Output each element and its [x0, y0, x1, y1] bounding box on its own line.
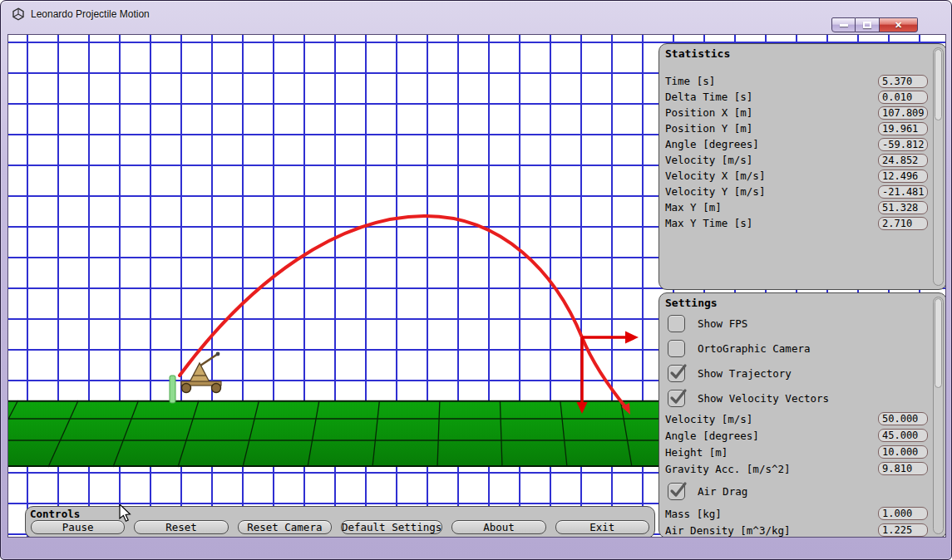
stat-value: 12.496	[878, 169, 928, 183]
close-icon: ✕	[895, 21, 902, 30]
stat-row-velocity-y: Velocity Y [m/s] -21.481	[659, 184, 946, 199]
reset-camera-button[interactable]: Reset Camera	[238, 520, 332, 534]
reset-button[interactable]: Reset	[134, 520, 228, 534]
stat-label: Velocity [m/s]	[665, 154, 752, 166]
maximize-button[interactable]	[856, 17, 880, 32]
about-button[interactable]: About	[451, 520, 545, 534]
minimize-icon	[840, 24, 848, 27]
field-label: Velocity [m/s]	[665, 413, 752, 425]
toggle-show-trajectory[interactable]: Show Trajectory	[659, 361, 946, 386]
settings-scrollbar-thumb[interactable]	[935, 298, 942, 388]
orthographic-camera-checkbox[interactable]	[668, 340, 685, 357]
stat-label: Velocity X [m/s]	[665, 169, 765, 182]
default-settings-button[interactable]: Default Settings	[341, 520, 442, 534]
stat-value: 5.370	[878, 75, 928, 88]
pause-button[interactable]: Pause	[31, 520, 125, 534]
controls-title: Controls	[30, 508, 80, 520]
stat-row-velocity-x: Velocity X [m/s] 12.496	[659, 168, 946, 184]
exit-button[interactable]: Exit	[555, 520, 649, 534]
stat-value: 2.710	[878, 217, 928, 230]
field-label: Angle [degrees]	[665, 430, 759, 442]
stat-label: Angle [degrees]	[665, 138, 759, 150]
stat-row-time: Time [s] 5.370	[659, 73, 946, 89]
stat-row-max-y-time: Max Y Time [s] 2.710	[659, 215, 946, 231]
toggle-label: Show Velocity Vectors	[698, 392, 829, 405]
stat-value: 24.852	[878, 154, 928, 167]
close-button[interactable]: ✕	[880, 17, 918, 32]
stat-row-delta-time: Delta Time [s] 0.010	[659, 89, 946, 105]
stat-value: 51.328	[878, 201, 928, 214]
toggle-label: Show Trajectory	[698, 367, 792, 380]
field-label: Mass [kg]	[665, 508, 722, 520]
stat-value: -59.812	[878, 138, 928, 151]
field-height: Height [m] 10.000	[659, 444, 946, 460]
statistics-scrollbar[interactable]	[933, 47, 944, 286]
velocity-input[interactable]: 50.000	[878, 412, 928, 425]
titlebar[interactable]: Leonardo Projectile Motion ✕	[1, 1, 951, 34]
stat-row-position-y: Position Y [m] 19.961	[659, 120, 946, 136]
stat-value: 0.010	[878, 91, 928, 104]
stat-label: Velocity Y [m/s]	[665, 185, 765, 198]
statistics-panel: Statistics Time [s] 5.370 Delta Time [s]…	[659, 43, 946, 290]
stat-label: Time [s]	[665, 75, 715, 87]
toggle-show-fps[interactable]: Show FPS	[659, 311, 946, 336]
window-controls: ✕	[831, 17, 918, 32]
angle-input[interactable]: 45.000	[878, 429, 928, 442]
check-icon	[672, 484, 685, 495]
mass-input[interactable]: 1.000	[878, 507, 928, 520]
field-mass: Mass [kg] 1.000	[659, 505, 946, 522]
toggle-label: Show FPS	[698, 317, 747, 330]
settings-scrollbar[interactable]	[933, 297, 944, 534]
stat-row-velocity: Velocity [m/s] 24.852	[659, 152, 946, 168]
game-viewport[interactable]: Statistics Time [s] 5.370 Delta Time [s]…	[7, 34, 946, 538]
stat-label: Max Y Time [s]	[665, 217, 752, 229]
stat-label: Delta Time [s]	[665, 91, 752, 103]
toggle-label: Air Drag	[698, 485, 747, 498]
check-icon	[672, 366, 685, 377]
mouse-cursor	[119, 504, 132, 523]
toggle-orthographic-camera[interactable]: OrtoGraphic Camera	[659, 336, 946, 361]
toggle-label: OrtoGraphic Camera	[698, 342, 810, 355]
air-density-input[interactable]: 1.225	[878, 523, 928, 537]
window-title: Leonardo Projectile Motion	[31, 8, 150, 20]
field-air-density: Air Density [m^3/kg] 1.225	[659, 522, 946, 538]
show-fps-checkbox[interactable]	[668, 315, 685, 332]
statistics-body: Time [s] 5.370 Delta Time [s] 0.010 Posi…	[659, 73, 946, 231]
stat-label: Position X [m]	[665, 106, 752, 119]
statistics-scrollbar-thumb[interactable]	[935, 49, 942, 120]
stat-value: 19.961	[878, 122, 928, 135]
statistics-title: Statistics	[659, 44, 946, 61]
stat-row-angle: Angle [degrees] -59.812	[659, 136, 946, 152]
unity-icon	[12, 7, 25, 21]
gravity-input[interactable]: 9.810	[878, 462, 928, 475]
toggle-air-drag[interactable]: Air Drag	[659, 477, 946, 505]
settings-panel: Settings Show FPS OrtoGraphic Camera Sho…	[659, 292, 946, 538]
field-gravity: Gravity Acc. [m/s^2] 9.810	[659, 460, 946, 477]
stat-value: -21.481	[878, 185, 928, 199]
air-drag-checkbox[interactable]	[668, 483, 685, 500]
stat-label: Max Y [m]	[665, 201, 722, 214]
app-window: Leonardo Projectile Motion ✕	[0, 0, 952, 560]
stat-label: Position Y [m]	[665, 122, 752, 135]
show-velocity-vectors-checkbox[interactable]	[668, 390, 685, 407]
field-velocity: Velocity [m/s] 50.000	[659, 410, 946, 427]
field-label: Height [m]	[665, 446, 728, 459]
check-icon	[672, 391, 685, 402]
stat-row-max-y: Max Y [m] 51.328	[659, 199, 946, 215]
field-label: Gravity Acc. [m/s^2]	[665, 463, 791, 475]
show-trajectory-checkbox[interactable]	[668, 365, 685, 382]
stat-value: 107.809	[878, 106, 928, 120]
minimize-button[interactable]	[831, 17, 856, 32]
field-angle: Angle [degrees] 45.000	[659, 427, 946, 444]
stat-row-position-x: Position X [m] 107.809	[659, 105, 946, 120]
maximize-icon	[863, 22, 871, 28]
settings-title: Settings	[659, 293, 946, 311]
height-input[interactable]: 10.000	[878, 445, 928, 459]
field-label: Air Density [m^3/kg]	[665, 524, 791, 537]
toggle-show-velocity-vectors[interactable]: Show Velocity Vectors	[659, 386, 946, 410]
